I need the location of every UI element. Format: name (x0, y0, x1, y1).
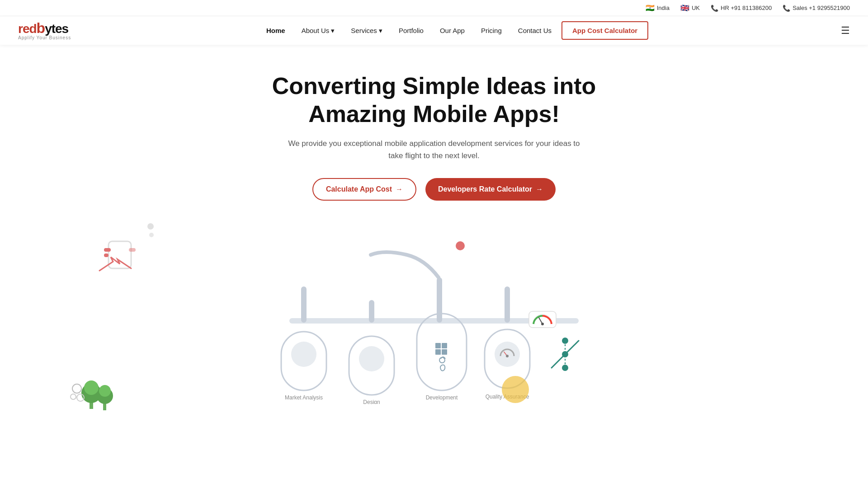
svg-point-38 (456, 241, 465, 250)
svg-rect-15 (369, 300, 374, 323)
illustration-area: Market Analysis Design (0, 219, 868, 427)
nav-our-app[interactable]: Our App (434, 23, 471, 38)
hero-subtitle: We provide you exceptional mobile applic… (280, 137, 588, 162)
svg-rect-26 (442, 343, 447, 348)
arrow-right-icon: → (536, 185, 543, 193)
nav-pricing[interactable]: Pricing (475, 23, 508, 38)
svg-text:Market Analysis: Market Analysis (285, 394, 323, 401)
logo[interactable]: redbytes Applify Your Business (18, 21, 71, 40)
phone-icon-hr: 📞 (711, 5, 718, 12)
svg-point-12 (71, 394, 76, 399)
app-cost-calculator-button[interactable]: App Cost Calculator (561, 21, 648, 40)
nav-services[interactable]: Services ▾ (344, 23, 389, 38)
uk-label: UK (692, 5, 700, 11)
svg-rect-0 (108, 241, 131, 268)
svg-point-10 (72, 384, 81, 393)
svg-rect-1 (104, 248, 111, 252)
svg-point-33 (506, 355, 509, 357)
nav-about[interactable]: About Us ▾ (295, 23, 341, 38)
india-flag: 🇮🇳 (646, 4, 655, 12)
svg-rect-3 (129, 248, 136, 252)
svg-point-9 (99, 385, 111, 397)
hr-phone[interactable]: 📞 HR +91 811386200 (711, 5, 772, 12)
sales-number: Sales +1 9295521900 (793, 5, 850, 11)
nav-contact-link[interactable]: Contact Us (512, 23, 558, 38)
pipeline-illustration: Market Analysis Design (258, 219, 610, 406)
hr-number: HR +91 811386200 (721, 5, 772, 11)
hero-title: Converting Simple Ideas into Amazing Mob… (231, 72, 637, 128)
top-bar: 🇮🇳 India 🇬🇧 UK 📞 HR +91 811386200 📞 Sale… (0, 0, 868, 16)
nav-pricing-link[interactable]: Pricing (475, 23, 508, 38)
chevron-down-icon: ▾ (379, 27, 382, 35)
nav-home[interactable]: Home (260, 23, 292, 38)
svg-rect-28 (442, 349, 447, 355)
svg-rect-2 (104, 253, 108, 257)
svg-rect-16 (437, 277, 442, 323)
developers-rate-calculator-button[interactable]: Developers Rate Calculator → (425, 178, 556, 201)
svg-point-43 (502, 376, 529, 403)
nav-about-link[interactable]: About Us ▾ (295, 23, 341, 38)
svg-point-22 (359, 346, 384, 371)
svg-rect-14 (301, 286, 307, 323)
india-selector[interactable]: 🇮🇳 India (646, 4, 670, 12)
uk-flag: 🇬🇧 (680, 4, 689, 12)
svg-point-29 (439, 357, 445, 363)
logo-tagline: Applify Your Business (18, 35, 71, 40)
hamburger-icon[interactable]: ☰ (841, 25, 850, 37)
svg-point-19 (291, 342, 316, 367)
india-label: India (657, 5, 670, 11)
nav-services-link[interactable]: Services ▾ (344, 23, 389, 38)
nav-home-link[interactable]: Home (260, 23, 292, 38)
svg-point-32 (495, 342, 520, 367)
nav-our-app-link[interactable]: Our App (434, 23, 471, 38)
hero-section: Converting Simple Ideas into Amazing Mob… (0, 45, 868, 219)
trees-decoration (68, 361, 122, 418)
calculate-app-cost-button[interactable]: Calculate App Cost → (312, 178, 416, 201)
phone-icon-sales: 📞 (783, 5, 790, 12)
uk-selector[interactable]: 🇬🇧 UK (680, 4, 700, 12)
nav-contact[interactable]: Contact Us (512, 23, 558, 38)
sales-phone[interactable]: 📞 Sales +1 9295521900 (783, 5, 850, 12)
arrow-right-icon: → (396, 185, 403, 193)
navbar: redbytes Applify Your Business Home Abou… (0, 16, 868, 45)
svg-rect-25 (435, 343, 441, 348)
hero-buttons: Calculate App Cost → Developers Rate Cal… (18, 178, 850, 201)
svg-point-6 (84, 380, 99, 395)
nav-cta-item[interactable]: App Cost Calculator (561, 21, 648, 40)
nav-links: Home About Us ▾ Services ▾ Portfolio Our… (260, 21, 648, 40)
svg-point-37 (541, 323, 544, 325)
logo-text: redbytes (18, 21, 68, 36)
nav-portfolio-link[interactable]: Portfolio (392, 23, 430, 38)
svg-text:Design: Design (363, 399, 380, 404)
svg-rect-17 (505, 286, 510, 323)
floating-device (95, 228, 145, 284)
nav-portfolio[interactable]: Portfolio (392, 23, 430, 38)
chevron-down-icon: ▾ (331, 27, 335, 35)
svg-text:Development: Development (426, 394, 458, 401)
svg-rect-27 (435, 349, 441, 355)
